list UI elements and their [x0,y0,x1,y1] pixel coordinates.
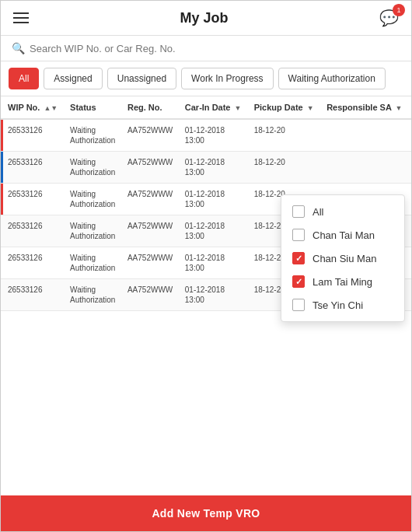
cell-wip: 26533126 [3,279,65,311]
cell-reg: AA752WWW [123,119,180,152]
dropdown-item-all[interactable]: All [281,200,404,223]
cell-reg: AA752WWW [123,279,180,311]
page-title: My Job [29,10,379,26]
search-bar: 🔍 [1,36,411,61]
search-icon: 🔍 [12,42,25,54]
dropdown-item-label: Chan Siu Man [312,253,376,264]
cell-sa [322,152,411,184]
cell-status: Waiting Authorization [65,279,123,311]
cell-reg: AA752WWW [123,184,180,215]
cell-wip: 26533126 [3,215,65,247]
cell-status: Waiting Authorization [65,152,123,184]
header: My Job 💬 1 [1,1,411,36]
filter-tabs: All Assigned Unassigned Work In Progress… [1,61,411,96]
app-container: My Job 💬 1 🔍 All Assigned Unassigned Wor… [0,0,412,532]
cell-reg: AA752WWW [123,247,180,279]
cell-pickup: 18-12-20 [250,119,322,152]
tab-wip[interactable]: Work In Progress [181,68,273,89]
dropdown-item-label: Tse Yin Chi [312,299,363,311]
cell-reg: AA752WWW [123,215,180,247]
cell-pickup: 18-12-20 [250,152,322,184]
notification-icon[interactable]: 💬 1 [379,9,399,27]
cell-carin: 01-12-2018 13:00 [180,279,250,311]
dropdown-item-label: Chan Tai Man [312,229,375,241]
checkbox-lam_tai_ming[interactable] [292,275,305,288]
dropdown-item-chan_tai_man[interactable]: Chan Tai Man [281,223,404,247]
notification-badge: 1 [393,4,405,16]
dropdown-item-tse_yin_chi[interactable]: Tse Yin Chi [281,293,404,317]
table-container: WIP No. ▲▼ Status Reg. No. Car-In Date ▼… [1,96,411,495]
cell-carin: 01-12-2018 13:00 [180,184,250,215]
table-row[interactable]: 26533126Waiting AuthorizationAA752WWW01-… [1,152,411,184]
col-sa[interactable]: Responsible SA ▼ [322,96,411,119]
sa-filter-dropdown: AllChan Tai ManChan Siu ManLam Tai MingT… [281,194,405,322]
add-new-vro-button[interactable]: Add New Temp VRO [1,495,411,531]
checkbox-all[interactable] [292,205,305,218]
dropdown-item-chan_siu_man[interactable]: Chan Siu Man [281,247,404,270]
cell-carin: 01-12-2018 13:00 [180,152,250,184]
search-input[interactable] [30,43,400,54]
dropdown-item-label: Lam Tai Ming [312,276,372,288]
col-reg: Reg. No. [123,96,180,119]
cell-status: Waiting Authorization [65,215,123,247]
dropdown-item-label: All [312,206,323,218]
cell-carin: 01-12-2018 13:00 [180,119,250,152]
cell-reg: AA752WWW [123,152,180,184]
cell-carin: 01-12-2018 13:00 [180,215,250,247]
tab-assigned[interactable]: Assigned [44,68,102,89]
col-carin[interactable]: Car-In Date ▼ [180,96,250,119]
col-pickup[interactable]: Pickup Date ▼ [250,96,322,119]
checkbox-tse_yin_chi[interactable] [292,299,305,311]
table-row[interactable]: 26533126Waiting AuthorizationAA752WWW01-… [1,119,411,152]
cell-status: Waiting Authorization [65,184,123,215]
cell-sa [322,119,411,152]
dropdown-item-lam_tai_ming[interactable]: Lam Tai Ming [281,270,404,293]
col-status: Status [65,96,123,119]
cell-wip: 26533126 [3,152,65,184]
checkbox-chan_siu_man[interactable] [292,252,305,264]
tab-waiting[interactable]: Waiting Authorization [278,68,386,89]
cell-status: Waiting Authorization [65,247,123,279]
tab-unassigned[interactable]: Unassigned [107,68,176,89]
hamburger-menu[interactable] [13,12,29,23]
cell-wip: 26533126 [3,184,65,215]
cell-carin: 01-12-2018 13:00 [180,247,250,279]
tab-all[interactable]: All [9,68,39,89]
footer-button-label: Add New Temp VRO [152,507,260,520]
cell-status: Waiting Authorization [65,119,123,152]
checkbox-chan_tai_man[interactable] [292,229,305,241]
col-wip[interactable]: WIP No. ▲▼ [3,96,65,119]
cell-wip: 26533126 [3,119,65,152]
cell-wip: 26533126 [3,247,65,279]
